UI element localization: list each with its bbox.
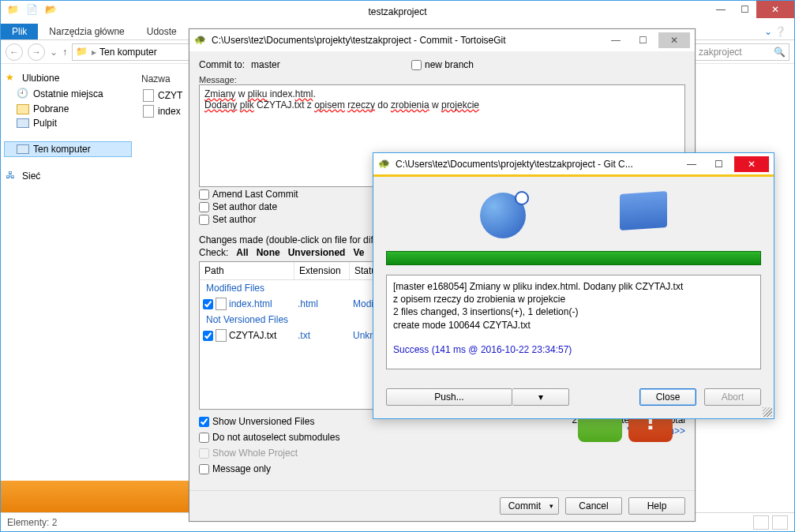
show-unversioned-checkbox[interactable]: Show Unversioned Files bbox=[199, 416, 339, 427]
progress-minimize-button[interactable]: — bbox=[681, 156, 703, 172]
nav-history-icon[interactable]: ⌄ bbox=[50, 47, 58, 58]
progress-dialog: C:\Users\tez\Documents\projekty\testzakp… bbox=[373, 152, 774, 419]
explorer-titlebar: 📁 📄 📂 testzakproject — ☐ ✕ bbox=[1, 1, 794, 23]
sidebar-favorites[interactable]: ★Ulubione bbox=[4, 70, 132, 86]
close-button[interactable]: ✕ bbox=[756, 1, 794, 18]
desktop-icon bbox=[17, 118, 29, 128]
file-icon bbox=[143, 89, 154, 102]
file-icon bbox=[216, 329, 227, 342]
output-line: 2 files changed, 3 insertions(+), 1 dele… bbox=[393, 305, 754, 318]
view-details-button[interactable] bbox=[753, 515, 769, 530]
push-dropdown-button[interactable]: ▾ bbox=[512, 388, 569, 406]
branch-name: master bbox=[251, 59, 280, 70]
no-autoselect-checkbox[interactable]: Do not autoselect submodules bbox=[199, 432, 339, 443]
progress-maximize-button[interactable]: ☐ bbox=[707, 156, 729, 172]
tab-file[interactable]: Plik bbox=[1, 24, 38, 39]
progress-close-button[interactable]: ✕ bbox=[734, 156, 769, 172]
progress-bar bbox=[386, 251, 761, 265]
file-checkbox[interactable] bbox=[203, 299, 213, 309]
nav-fwd-button[interactable]: → bbox=[28, 43, 45, 61]
check-all-link[interactable]: All bbox=[236, 247, 248, 258]
minimize-button[interactable]: — bbox=[709, 1, 733, 18]
address-text: Ten komputer bbox=[99, 47, 157, 58]
th-extension[interactable]: Extension bbox=[294, 262, 350, 279]
taskbar-fragment bbox=[1, 481, 198, 512]
output-line: z opisem rzeczy do zrobienia w projekcie bbox=[393, 293, 754, 305]
commit-title-text: C:\Users\tez\Documents\projekty\testzakp… bbox=[212, 35, 506, 46]
show-whole-checkbox[interactable]: Show Whole Project bbox=[199, 448, 339, 459]
message-label: Message: bbox=[199, 75, 685, 84]
address-folder-icon: 📁 bbox=[76, 46, 88, 58]
message-only-checkbox[interactable]: Message only bbox=[199, 463, 339, 474]
downloads-icon bbox=[17, 104, 29, 114]
file-icon bbox=[143, 105, 154, 118]
tortoisegit-icon bbox=[378, 158, 391, 170]
output-line: create mode 100644 CZYTAJ.txt bbox=[393, 319, 754, 332]
commit-close-button[interactable]: ✕ bbox=[658, 32, 690, 48]
view-large-button[interactable] bbox=[772, 515, 788, 530]
help-button[interactable]: Help bbox=[628, 497, 685, 515]
explorer-title-text: testzakproject bbox=[368, 6, 426, 17]
search-box[interactable]: zakproject 🔍 bbox=[695, 43, 789, 61]
new-branch-checkbox[interactable]: new branch bbox=[411, 59, 474, 70]
star-icon: ★ bbox=[6, 72, 18, 84]
commit-maximize-button[interactable]: ☐ bbox=[632, 32, 654, 48]
check-unversioned-link[interactable]: Unversioned bbox=[288, 247, 346, 258]
commit-to-label: Commit to: bbox=[199, 59, 245, 70]
folder-icon bbox=[620, 191, 667, 230]
output-line: [master e168054] Zmiany w pliku index.ht… bbox=[393, 280, 754, 293]
tab-home[interactable]: Narzędzia główne bbox=[38, 24, 135, 39]
sidebar-computer[interactable]: Ten komputer bbox=[4, 141, 132, 157]
sidebar-desktop[interactable]: Pulpit bbox=[4, 116, 132, 130]
progress-titlebar[interactable]: C:\Users\tez\Documents\projekty\testzakp… bbox=[373, 153, 774, 175]
sidebar-network[interactable]: 🖧Sieć bbox=[4, 168, 132, 184]
check-versioned-link[interactable]: Ve bbox=[353, 247, 364, 258]
check-none-link[interactable]: None bbox=[257, 247, 280, 258]
progress-title-text: C:\Users\tez\Documents\projekty\testzakp… bbox=[396, 159, 633, 170]
maximize-button[interactable]: ☐ bbox=[733, 1, 756, 18]
search-icon: 🔍 bbox=[774, 47, 786, 58]
ribbon-help-icon[interactable]: ⌄ ❔ bbox=[756, 24, 794, 39]
search-placeholder: zakproject bbox=[699, 47, 742, 58]
commit-button[interactable]: Commit bbox=[500, 497, 559, 515]
commit-minimize-button[interactable]: — bbox=[605, 32, 627, 48]
recent-icon: 🕘 bbox=[17, 88, 29, 100]
status-text: Elementy: 2 bbox=[7, 517, 57, 528]
th-path[interactable]: Path bbox=[200, 262, 294, 279]
resize-grip[interactable] bbox=[763, 407, 772, 417]
nav-up-button[interactable]: ↑ bbox=[62, 47, 67, 58]
computer-icon bbox=[17, 144, 29, 154]
sidebar: ★Ulubione 🕘Ostatnie miejsca Pobrane Pulp… bbox=[1, 64, 135, 506]
output-success: Success (141 ms @ 2016-10-22 23:34:57) bbox=[393, 343, 754, 356]
app-icon: 📁 bbox=[7, 4, 20, 17]
abort-button: Abort bbox=[704, 388, 761, 406]
qat-props-icon[interactable]: 📄 bbox=[26, 4, 39, 17]
qat-folder-icon[interactable]: 📂 bbox=[45, 4, 58, 17]
globe-icon bbox=[480, 193, 526, 238]
close-progress-button[interactable]: Close bbox=[639, 388, 696, 406]
push-button[interactable]: Push... bbox=[386, 388, 512, 406]
file-icon bbox=[216, 298, 227, 310]
network-icon: 🖧 bbox=[6, 170, 18, 182]
tortoisegit-icon bbox=[194, 34, 207, 47]
cancel-button[interactable]: Cancel bbox=[565, 497, 622, 515]
sidebar-downloads[interactable]: Pobrane bbox=[4, 102, 132, 116]
nav-back-button[interactable]: ← bbox=[6, 43, 23, 61]
output-console[interactable]: [master e168054] Zmiany w pliku index.ht… bbox=[386, 275, 761, 369]
tab-share[interactable]: Udoste bbox=[136, 24, 188, 39]
sidebar-recent[interactable]: 🕘Ostatnie miejsca bbox=[4, 86, 132, 102]
commit-titlebar[interactable]: C:\Users\tez\Documents\projekty\testzakp… bbox=[189, 29, 695, 51]
file-checkbox[interactable] bbox=[203, 331, 213, 341]
